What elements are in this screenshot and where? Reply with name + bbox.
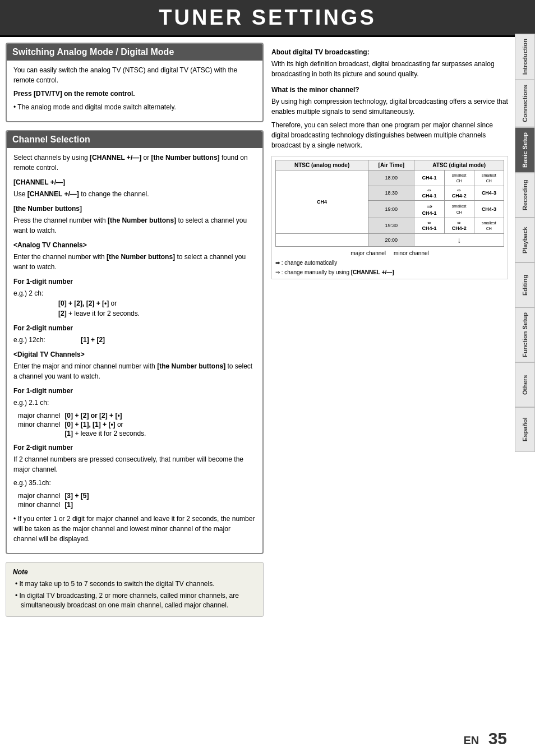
atsc-ch4-2-r2: ⇔ CH4-2 — [444, 186, 474, 200]
time-2000: 20:00 — [368, 233, 414, 246]
digital-1digit-example: e.g.) 2.1 ch: — [13, 398, 256, 408]
digital-broadcast-title: About digital TV broadcasting: — [271, 47, 508, 57]
analog-2digit-row: e.g.) 12ch: [1] + [2] — [13, 335, 256, 345]
atsc-ch4-1-r4: ⇔ CH4-1 — [414, 218, 444, 233]
analog-2digit-title: For 2-digit number — [13, 323, 256, 333]
digital-title: <Digital TV Channels> — [13, 349, 256, 359]
ntsc-header: NTSC (analog mode) — [276, 160, 368, 170]
d2-minor-code: [1] — [62, 500, 91, 509]
digital-2digit-table: major channel [3] + [5] minor channel [1… — [16, 491, 91, 509]
digital-1digit-title: For 1-digit number — [13, 386, 256, 396]
atsc-ch4-3-r3: CH4-3 — [474, 200, 504, 218]
tab-editing[interactable]: Editing — [515, 262, 535, 307]
tab-others[interactable]: Others — [515, 362, 535, 407]
note-item-1: • It may take up to 5 to 7 seconds to sw… — [13, 579, 256, 589]
channel-intro: Select channels by using [CHANNEL +/—] o… — [13, 153, 256, 173]
atsc-ch4-1-r1: CH4-1 — [414, 170, 444, 186]
analog-title: <Analog TV Channels> — [13, 240, 256, 250]
legend-major: major channel minor channel — [350, 250, 429, 256]
atsc-smallest-r4: smallestCH — [474, 218, 504, 233]
atsc-ch4-1-r2: ⇔ CH4-1 — [414, 186, 444, 200]
minor-channel-body1: By using high compression technology, di… — [271, 96, 508, 117]
tab-connections[interactable]: Connections — [515, 80, 535, 127]
time-1930: 19:30 — [368, 218, 414, 233]
main-content: Switching Analog Mode / Digital Mode You… — [0, 37, 514, 623]
analog-1digit-title: For 1-digit number — [13, 276, 256, 287]
major-code: [0] + [2] or [2] + [•] — [62, 411, 148, 420]
digital-body: Enter the major and minor channel number… — [13, 361, 256, 381]
note-item-2: • In digital TV broadcasting, 2 or more … — [13, 591, 256, 610]
digital-2digit-title: For 2-digit number — [13, 442, 256, 453]
tab-basic-setup[interactable]: Basic Setup — [515, 127, 535, 173]
airtime-header: [Air Time] — [368, 160, 414, 170]
d2-major-code: [3] + [5] — [62, 491, 91, 500]
ntsc-ch4: CH4 — [276, 170, 368, 234]
ntsc-empty — [276, 233, 368, 246]
atsc-ch4-3-r2: CH4-3 — [474, 186, 504, 200]
atsc-smallest-r1b: smallestCH — [474, 170, 504, 186]
minor-channel-title: What is the minor channel? — [271, 85, 508, 95]
digital-2digit-body: If 2 channel numbers are pressed consecu… — [13, 454, 256, 474]
number-buttons-body: Press the channel number with [the Numbe… — [13, 215, 256, 236]
d2-minor-label: minor channel — [16, 500, 62, 509]
diagram-table: NTSC (analog mode) [Air Time] ATSC (digi… — [275, 160, 504, 247]
tab-function-setup[interactable]: Function Setup — [515, 307, 535, 362]
arrow-down-row: ↓ — [414, 233, 504, 246]
switching-title: Switching Analog Mode / Digital Mode — [7, 44, 262, 61]
title-text: TUNER SETTINGS — [159, 6, 376, 29]
channel-selection-section: Channel Selection Select channels by usi… — [6, 130, 264, 554]
switching-section: Switching Analog Mode / Digital Mode You… — [6, 43, 264, 122]
tab-recording[interactable]: Recording — [515, 173, 535, 218]
tab-playback[interactable]: Playback — [515, 218, 535, 262]
tab-introduction[interactable]: Introduction — [515, 34, 535, 80]
switching-instruction-body: • The analog mode and digital mode switc… — [13, 102, 256, 112]
time-1800: 18:00 — [368, 170, 414, 186]
minor-channel-body2: Therefore, you can select more than one … — [271, 120, 508, 150]
minor-code2: [1] + leave it for 2 seconds. — [62, 429, 148, 438]
channel-plus-minus-body: Use [CHANNEL +/—] to change the channel. — [13, 189, 256, 199]
major-label: major channel — [16, 411, 62, 420]
time-1830: 18:30 — [368, 186, 414, 200]
left-column: Switching Analog Mode / Digital Mode You… — [6, 43, 264, 617]
tab-espanol[interactable]: Español — [515, 407, 535, 452]
number-buttons-title: [the Number buttons] — [13, 204, 256, 214]
switching-instruction-title: Press [DTV/TV] on the remote control. — [13, 89, 256, 99]
digital-1digit-table: major channel [0] + [2] or [2] + [•] min… — [16, 411, 148, 438]
diagram-note-manual: ⇒ : change manually by using [CHANNEL +/… — [275, 269, 504, 275]
atsc-ch4-1-r3: ⇒ CH4-1 — [414, 200, 444, 218]
digital-broadcast-body: With its high definition broadcast, digi… — [271, 59, 508, 79]
page-lang: EN — [463, 734, 479, 746]
channel-selection-title: Channel Selection — [7, 131, 262, 148]
atsc-smallest-r1a: smallestCH — [444, 170, 474, 186]
channel-tip: • If you enter 1 or 2 digit for major ch… — [13, 514, 256, 544]
page-number: 35 — [488, 729, 507, 748]
page-footer: EN 35 — [463, 729, 507, 748]
note-section: Note • It may take up to 5 to 7 seconds … — [6, 562, 264, 617]
digital-2digit-example: e.g.) 35.1ch: — [13, 478, 256, 488]
channel-plus-minus-title: [CHANNEL +/—] — [13, 177, 256, 187]
switching-intro: You can easily switch the analog TV (NTS… — [13, 65, 256, 85]
analog-1digit-row: e.g.) 2 ch: [0] + [2], [2] + [•] or [2] … — [13, 288, 256, 319]
diagram-note-auto: ➡ : change automatically — [275, 260, 504, 266]
atsc-smallest-r3: smallestCH — [444, 200, 474, 218]
atsc-header: ATSC (digital mode) — [414, 160, 504, 170]
minor-code1: [0] + [1], [1] + [•] or — [62, 420, 148, 429]
page-title: TUNER SETTINGS — [0, 0, 535, 37]
side-tabs: Introduction Connections Basic Setup Rec… — [515, 34, 535, 452]
d2-major-label: major channel — [16, 491, 62, 500]
right-column: About digital TV broadcasting: With its … — [271, 43, 508, 617]
analog-body: Enter the channel number with [the Numbe… — [13, 252, 256, 272]
channel-diagram: NTSC (analog mode) [Air Time] ATSC (digi… — [271, 156, 508, 279]
time-1900: 19:00 — [368, 200, 414, 218]
diagram-legend: major channel minor channel — [275, 250, 504, 256]
atsc-ch4-2-r4: ⇔ CH4-2 — [444, 218, 474, 233]
note-title: Note — [13, 567, 256, 577]
minor-label: minor channel — [16, 420, 62, 429]
